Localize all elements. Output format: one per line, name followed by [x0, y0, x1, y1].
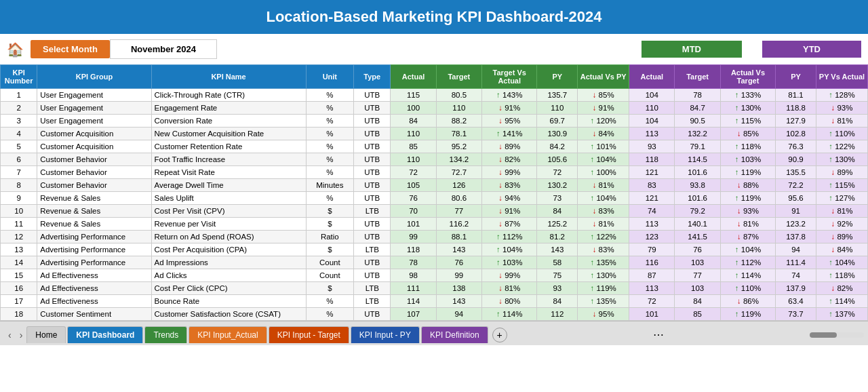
- cell-ytd-py: 74: [776, 269, 816, 282]
- cell-ytd-avt: ↑ 110%: [720, 282, 775, 295]
- cell-ytd-avt: ↑ 112%: [720, 256, 775, 269]
- cell-kpi-num: 15: [1, 269, 37, 282]
- cell-ytd-target: 101.6: [675, 166, 720, 179]
- cell-type: UTB: [354, 128, 391, 140]
- cell-mtd-actual: 110: [391, 128, 436, 140]
- cell-ytd-py: 95.6: [776, 192, 816, 205]
- cell-kpi-group: Advertising Performance: [37, 256, 151, 269]
- cell-type: LTB: [354, 282, 391, 295]
- col-header-ytd-actual: Actual: [629, 65, 675, 89]
- cell-ytd-actual: 121: [629, 192, 675, 205]
- tab-home[interactable]: Home: [26, 326, 66, 343]
- cell-mtd-actual: 110: [391, 153, 436, 166]
- cell-kpi-group: Ad Effectiveness: [37, 269, 151, 282]
- tab-kpi-input-actual[interactable]: KPI Input_Actual: [189, 326, 267, 343]
- cell-ytd-avt: ↑ 119%: [720, 308, 775, 321]
- col-header-mtd-target: Target: [436, 65, 481, 89]
- cell-ytd-avt: ↑ 119%: [720, 166, 775, 179]
- tab-add-button[interactable]: +: [492, 328, 507, 342]
- cell-ytd-pvsa: ↑ 110%: [816, 128, 867, 140]
- cell-mtd-py: 143: [537, 243, 578, 256]
- cell-kpi-num: 3: [1, 115, 37, 128]
- cell-kpi-name: Customer Satisfaction Score (CSAT): [151, 308, 306, 321]
- cell-ytd-pvsa: ↑ 122%: [816, 140, 867, 153]
- cell-kpi-num: 14: [1, 256, 37, 269]
- cell-type: UTB: [354, 89, 391, 102]
- cell-mtd-tva: ↓ 81%: [482, 282, 537, 295]
- cell-ytd-py: 72.2: [776, 179, 816, 192]
- cell-ytd-avt: ↓ 86%: [720, 295, 775, 308]
- cell-mtd-avpy: ↑ 122%: [578, 231, 629, 243]
- cell-ytd-pvsa: ↓ 89%: [816, 231, 867, 243]
- cell-unit: $: [306, 243, 354, 256]
- tab-prev-button[interactable]: ‹: [4, 328, 16, 342]
- col-header-mtd-tva: Target Vs Actual: [482, 65, 537, 89]
- cell-mtd-avpy: ↑ 101%: [578, 140, 629, 153]
- cell-mtd-target: 76: [436, 256, 481, 269]
- tab-more-button[interactable]: ⋯: [648, 327, 669, 342]
- cell-ytd-actual: 113: [629, 128, 675, 140]
- cell-ytd-target: 103: [675, 256, 720, 269]
- cell-kpi-group: Ad Effectiveness: [37, 295, 151, 308]
- cell-mtd-py: 125.2: [537, 218, 578, 231]
- col-header-type: Type: [354, 65, 391, 89]
- cell-kpi-group: Revenue & Sales: [37, 218, 151, 231]
- cell-type: UTB: [354, 153, 391, 166]
- cell-ytd-pvsa: ↑ 128%: [816, 89, 867, 102]
- cell-ytd-py: 94: [776, 243, 816, 256]
- cell-kpi-group: User Engagement: [37, 89, 151, 102]
- cell-mtd-target: 95.2: [436, 140, 481, 153]
- cell-mtd-actual: 85: [391, 140, 436, 153]
- cell-kpi-name: Cost Per Acquisition (CPA): [151, 243, 306, 256]
- cell-ytd-target: 103: [675, 282, 720, 295]
- col-header-kpi-name: KPI Name: [151, 65, 306, 89]
- cell-mtd-target: 94: [436, 308, 481, 321]
- cell-mtd-avpy: ↓ 84%: [578, 128, 629, 140]
- cell-ytd-actual: 101: [629, 308, 675, 321]
- cell-ytd-avt: ↑ 114%: [720, 269, 775, 282]
- controls-bar: 🏠 Select Month November 2024 MTD YTD: [0, 34, 868, 64]
- cell-ytd-avt: ↓ 85%: [720, 128, 775, 140]
- cell-unit: %: [306, 128, 354, 140]
- select-month-button[interactable]: Select Month: [31, 40, 110, 58]
- cell-mtd-tva: ↓ 91%: [482, 102, 537, 115]
- cell-unit: %: [306, 192, 354, 205]
- cell-mtd-py: 110: [537, 102, 578, 115]
- cell-ytd-actual: 118: [629, 153, 675, 166]
- cell-type: UTB: [354, 231, 391, 243]
- cell-unit: Ratio: [306, 231, 354, 243]
- cell-ytd-pvsa: ↓ 93%: [816, 102, 867, 115]
- tab-kpi-definition[interactable]: KPI Definition: [421, 326, 488, 343]
- cell-mtd-actual: 107: [391, 308, 436, 321]
- cell-ytd-target: 93.8: [675, 179, 720, 192]
- bottom-tabs-bar: ‹ › HomeKPI DashboardTrendsKPI Input_Act…: [0, 321, 868, 345]
- cell-kpi-group: Revenue & Sales: [37, 192, 151, 205]
- cell-mtd-target: 80.6: [436, 192, 481, 205]
- cell-ytd-py: 137.8: [776, 231, 816, 243]
- tab-kpi-dashboard[interactable]: KPI Dashboard: [67, 326, 143, 343]
- cell-kpi-name: Average Dwell Time: [151, 179, 306, 192]
- cell-ytd-py: 127.9: [776, 115, 816, 128]
- tab-kpi-input---target[interactable]: KPI Input - Target: [269, 326, 349, 343]
- tab-trends[interactable]: Trends: [144, 326, 187, 343]
- cell-type: UTB: [354, 218, 391, 231]
- cell-mtd-avpy: ↓ 83%: [578, 205, 629, 218]
- zoom-control: [810, 332, 864, 338]
- cell-ytd-py: 90.9: [776, 153, 816, 166]
- col-header-ytd-pvsa: PY Vs Actual: [816, 65, 867, 89]
- ytd-header: YTD: [762, 41, 861, 58]
- cell-mtd-avpy: ↑ 104%: [578, 153, 629, 166]
- cell-kpi-group: Advertising Performance: [37, 243, 151, 256]
- cell-mtd-actual: 118: [391, 243, 436, 256]
- cell-mtd-tva: ↓ 82%: [482, 153, 537, 166]
- tab-next-button[interactable]: ›: [16, 328, 27, 342]
- cell-ytd-target: 101.6: [675, 192, 720, 205]
- cell-unit: %: [306, 140, 354, 153]
- cell-mtd-target: 143: [436, 243, 481, 256]
- cell-ytd-py: 63.4: [776, 295, 816, 308]
- cell-mtd-target: 143: [436, 295, 481, 308]
- cell-ytd-actual: 110: [629, 102, 675, 115]
- tab-kpi-input---py[interactable]: KPI Input - PY: [351, 326, 420, 343]
- cell-kpi-name: Ad Clicks: [151, 269, 306, 282]
- cell-kpi-name: Bounce Rate: [151, 295, 306, 308]
